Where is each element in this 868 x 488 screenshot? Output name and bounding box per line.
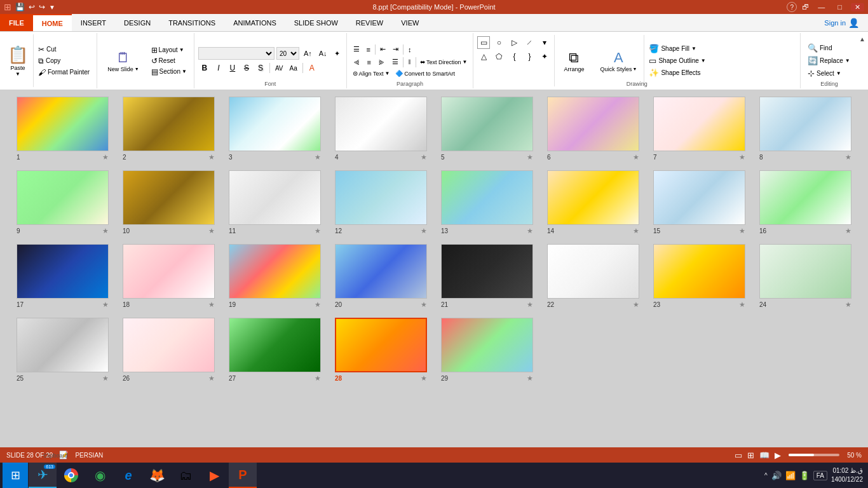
shadow-button[interactable]: S bbox=[254, 62, 267, 74]
shape-effects-button[interactable]: ✨ Shape Effects bbox=[647, 67, 707, 78]
cut-button[interactable]: ✂ Cut bbox=[36, 44, 92, 55]
shape-pentagon-icon[interactable]: ⬠ bbox=[492, 50, 505, 63]
reading-view-icon[interactable]: 📖 bbox=[759, 451, 770, 460]
increase-font-button[interactable]: A↑ bbox=[301, 48, 315, 58]
network-icon[interactable]: 📶 bbox=[785, 471, 796, 480]
decrease-font-button[interactable]: A↓ bbox=[316, 48, 330, 58]
slide-item-22[interactable]: 22★ bbox=[543, 244, 643, 309]
slide-item-29[interactable]: 29★ bbox=[437, 318, 537, 383]
slide-item-6[interactable]: 6★ bbox=[543, 97, 643, 161]
clock-date[interactable]: 01:02 ق.ظ 1400/12/22 bbox=[831, 466, 863, 484]
strikethrough-button[interactable]: S bbox=[240, 62, 253, 74]
shape-rect-icon[interactable]: ▭ bbox=[477, 36, 490, 49]
customize-icon[interactable]: ▼ bbox=[49, 4, 55, 11]
align-center-button[interactable]: ≡ bbox=[365, 57, 374, 67]
arrange-button[interactable]: ⧉ Arrange bbox=[560, 48, 588, 74]
taskbar-maps[interactable]: ◉ bbox=[86, 463, 114, 488]
slide-item-18[interactable]: 18★ bbox=[119, 244, 219, 309]
close-button[interactable]: ✕ bbox=[851, 3, 864, 11]
taskbar-chrome[interactable] bbox=[57, 463, 85, 488]
underline-button[interactable]: U bbox=[226, 62, 239, 74]
tab-transitions[interactable]: TRANSITIONS bbox=[159, 17, 224, 29]
slide-item-28[interactable]: 28★ bbox=[331, 318, 431, 383]
slide-item-16[interactable]: 16★ bbox=[756, 170, 855, 235]
select-button[interactable]: ⊹ Select ▼ bbox=[806, 68, 853, 79]
slide-item-8[interactable]: 8★ bbox=[756, 97, 855, 161]
slide-item-4[interactable]: 4★ bbox=[331, 97, 431, 161]
system-tray-expand-icon[interactable]: ^ bbox=[764, 472, 768, 479]
tab-file[interactable]: FILE bbox=[0, 14, 33, 31]
language-indicator[interactable]: FA bbox=[813, 471, 827, 480]
collapse-ribbon-button[interactable]: ▲ bbox=[858, 33, 868, 88]
save-icon[interactable]: 💾 bbox=[15, 3, 25, 11]
bullets-button[interactable]: ☰ bbox=[351, 44, 362, 55]
help-button[interactable]: ? bbox=[787, 2, 797, 12]
numbering-button[interactable]: ≡ bbox=[364, 44, 373, 55]
font-color-button[interactable]: A bbox=[306, 62, 318, 74]
slide-item-25[interactable]: 25★ bbox=[13, 318, 112, 383]
font-name-select[interactable] bbox=[198, 47, 275, 60]
layout-button[interactable]: ⊞ Layout ▼ bbox=[149, 45, 189, 55]
tab-home[interactable]: HOME bbox=[33, 14, 72, 31]
tab-slideshow[interactable]: SLIDE SHOW bbox=[285, 17, 347, 29]
normal-view-icon[interactable]: ▭ bbox=[735, 451, 742, 460]
shapes-more-icon[interactable]: ▾ bbox=[538, 36, 551, 49]
sign-in-button[interactable]: Sign in 👤 bbox=[815, 15, 868, 30]
columns-button[interactable]: ⫴ bbox=[405, 57, 414, 67]
char-spacing-button[interactable]: AV bbox=[273, 64, 286, 73]
slide-item-17[interactable]: 17★ bbox=[13, 244, 112, 309]
slide-item-26[interactable]: 26★ bbox=[119, 318, 219, 383]
slide-item-23[interactable]: 23★ bbox=[649, 244, 749, 309]
taskbar-powerpoint[interactable]: P bbox=[229, 463, 257, 488]
slide-item-14[interactable]: 14★ bbox=[543, 170, 643, 235]
restore-window-icon[interactable]: 🗗 bbox=[802, 3, 809, 11]
slide-item-13[interactable]: 13★ bbox=[437, 170, 537, 235]
section-button[interactable]: ▤ Section ▼ bbox=[149, 67, 189, 77]
new-slide-button[interactable]: 🗒 New Slide ▼ bbox=[104, 48, 142, 74]
slide-item-27[interactable]: 27★ bbox=[225, 318, 325, 383]
shape-oval-icon[interactable]: ○ bbox=[492, 36, 505, 49]
slide-item-24[interactable]: 24★ bbox=[756, 244, 855, 309]
shape-right-arrow-icon[interactable]: ▷ bbox=[508, 36, 520, 49]
align-left-button[interactable]: ⫷ bbox=[351, 57, 363, 67]
volume-icon[interactable]: 🔊 bbox=[771, 471, 782, 480]
tab-review[interactable]: REVIEW bbox=[347, 17, 392, 29]
paste-button[interactable]: 📋 Paste ▼ bbox=[3, 34, 34, 87]
shape-triangle-icon[interactable]: △ bbox=[477, 50, 490, 63]
taskbar-firefox[interactable]: 🦊 bbox=[143, 463, 171, 488]
shape-fill-button[interactable]: 🪣 Shape Fill ▼ bbox=[647, 43, 707, 54]
slide-item-11[interactable]: 11★ bbox=[225, 170, 325, 235]
shape-brace-icon[interactable]: } bbox=[523, 50, 536, 63]
taskbar-media[interactable]: ▶ bbox=[200, 463, 228, 488]
shape-star-icon[interactable]: { bbox=[508, 50, 520, 63]
battery-icon[interactable]: 🔋 bbox=[799, 471, 810, 480]
format-painter-button[interactable]: 🖌 Format Painter bbox=[36, 67, 92, 78]
taskbar-files[interactable]: 🗂 bbox=[172, 463, 200, 488]
slide-item-7[interactable]: 7★ bbox=[649, 97, 749, 161]
font-size-select[interactable]: 20 bbox=[276, 47, 299, 60]
reset-button[interactable]: ↺ Reset bbox=[149, 56, 189, 66]
slide-item-2[interactable]: 2★ bbox=[119, 97, 219, 161]
find-button[interactable]: 🔍 Find bbox=[806, 43, 853, 53]
convert-smartart-button[interactable]: 🔷 Convert to SmartArt bbox=[393, 69, 457, 78]
minimize-button[interactable]: — bbox=[814, 3, 829, 11]
shape-custom-icon[interactable]: ✦ bbox=[538, 50, 551, 63]
tab-view[interactable]: VIEW bbox=[392, 17, 428, 29]
slide-item-9[interactable]: 9★ bbox=[13, 170, 112, 235]
tab-animations[interactable]: ANIMATIONS bbox=[224, 17, 285, 29]
decrease-indent-button[interactable]: ⇤ bbox=[377, 44, 388, 55]
bold-button[interactable]: B bbox=[198, 62, 211, 74]
shape-outline-button[interactable]: ▭ Shape Outline ▼ bbox=[647, 55, 707, 66]
clear-format-button[interactable]: ✦ bbox=[332, 48, 342, 59]
slide-item-20[interactable]: 20★ bbox=[331, 244, 431, 309]
text-direction-button[interactable]: ⬌ Text Direction ▼ bbox=[418, 58, 469, 66]
start-button[interactable]: ⊞ bbox=[3, 463, 28, 488]
slide-sorter-icon[interactable]: ⊞ bbox=[747, 451, 754, 460]
slide-item-12[interactable]: 12★ bbox=[331, 170, 431, 235]
taskbar-telegram[interactable]: ✈ 613 bbox=[29, 463, 57, 488]
justify-button[interactable]: ☰ bbox=[390, 57, 401, 67]
line-spacing-button[interactable]: ↕ bbox=[405, 44, 414, 55]
taskbar-edge[interactable]: e bbox=[114, 463, 142, 488]
change-case-button[interactable]: Aa bbox=[287, 64, 300, 73]
shape-line-icon[interactable]: ⟋ bbox=[523, 36, 536, 49]
